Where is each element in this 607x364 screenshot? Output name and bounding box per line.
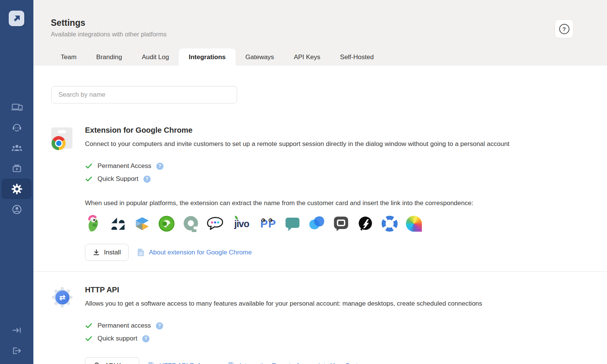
http-api-icon: ⇄ [51, 286, 73, 364]
check-icon [85, 175, 93, 183]
section-chrome-extension: Extension for Google Chrome Connect to y… [51, 126, 589, 261]
lifebuoy-icon [381, 215, 398, 232]
api-keys-button[interactable]: API Keys [85, 357, 139, 364]
people-icon [11, 142, 23, 154]
feature-label: Quick support [97, 335, 137, 342]
page-header: Settings Available integrations with oth… [33, 0, 607, 66]
feature-label: Permanent Access [97, 162, 151, 170]
chrome-webstore-icon [51, 126, 73, 261]
tab-api-keys[interactable]: API Keys [284, 49, 330, 66]
sidebar-item-logout[interactable] [0, 340, 33, 361]
tab-audit-log[interactable]: Audit Log [132, 49, 179, 66]
rainbow-leaf-icon [405, 215, 423, 232]
search-input[interactable] [51, 86, 237, 104]
document-icon [148, 361, 156, 364]
recordings-icon [11, 163, 23, 174]
install-button[interactable]: Install [85, 244, 129, 261]
section-description: Connect to your computers and invite cus… [85, 140, 589, 148]
logout-icon [11, 345, 22, 356]
platform-icons-row: jivo PP [85, 215, 589, 233]
screen-bubble-icon [332, 215, 350, 232]
check-icon [85, 322, 93, 329]
devices-icon [11, 101, 23, 113]
pp-eyes-icon: PP [259, 215, 277, 232]
tab-bar: Team Branding Audit Log Integrations Gat… [51, 49, 384, 66]
section-description: Allows you to get a software access to m… [85, 300, 589, 308]
chatra-bubble-icon [206, 215, 224, 232]
page-title: Settings [51, 18, 85, 28]
app-logo[interactable] [9, 11, 24, 26]
install-button-label: Install [104, 249, 121, 256]
sage-ring-icon [182, 215, 200, 232]
tab-gateways[interactable]: Gateways [236, 49, 284, 66]
feature-permanent-access: Permanent access ? [85, 319, 589, 332]
feature-list: Permanent access ? Quick support ? [85, 319, 589, 345]
integrating-remote-access-link[interactable]: Integrating Remote Access into Your Syst… [228, 361, 366, 364]
sidebar-item-team[interactable] [0, 138, 33, 158]
tab-team[interactable]: Team [51, 49, 86, 66]
sidebar-nav [0, 97, 33, 220]
tab-branding[interactable]: Branding [86, 49, 132, 66]
help-tooltip-icon[interactable]: ? [142, 335, 149, 342]
parrot-icon [85, 215, 102, 232]
green-swirl-icon [158, 215, 175, 232]
jivo-icon: jivo [231, 215, 253, 232]
sidebar-item-recordings[interactable] [0, 158, 33, 179]
key-icon [93, 362, 101, 364]
feature-quick-support: Quick Support ? [85, 173, 589, 185]
sidebar-item-devices[interactable] [0, 97, 33, 117]
http-api-reference-link[interactable]: HTTP API Reference [148, 361, 219, 364]
help-tooltip-icon[interactable]: ? [156, 322, 163, 329]
document-icon [228, 361, 236, 364]
sidebar [0, 0, 33, 364]
help-button[interactable]: ? [555, 19, 574, 38]
black-f-icon [357, 215, 374, 232]
document-icon [137, 248, 145, 257]
account-circle-icon [11, 204, 23, 215]
question-circle-icon: ? [559, 24, 569, 34]
api-keys-button-label: API Keys [105, 362, 131, 364]
feature-label: Quick Support [97, 175, 138, 183]
arrow-to-bar-icon [11, 325, 22, 336]
api-actions-row: API Keys HTTP API Reference [85, 357, 589, 364]
sidebar-item-settings[interactable] [0, 179, 33, 199]
section-divider [33, 271, 607, 272]
chrome-actions-row: Install About extension for Google Chrom… [85, 244, 589, 261]
zendesk-icon [109, 215, 127, 232]
about-extension-label: About extension for Google Chrome [149, 249, 252, 256]
tab-self-hosted[interactable]: Self-Hosted [330, 49, 384, 66]
feature-permanent-access: Permanent Access ? [85, 160, 589, 173]
sidebar-item-collapse[interactable] [0, 320, 33, 340]
headset-agent-icon [11, 122, 23, 133]
arrow-up-right-icon [12, 14, 21, 23]
main-area: Settings Available integrations with oth… [33, 0, 607, 364]
check-icon [85, 162, 93, 170]
section-title: HTTP API [85, 286, 589, 294]
tab-integrations[interactable]: Integrations [179, 49, 235, 66]
feature-quick-support: Quick support ? [85, 332, 589, 345]
omnidesk-icon [134, 215, 151, 232]
download-icon [93, 249, 100, 256]
sidebar-item-account[interactable] [0, 199, 33, 220]
sidebar-bottom [0, 320, 33, 361]
platforms-note: When used in popular platforms, the exte… [85, 199, 589, 207]
teal-bubble-icon [284, 215, 301, 232]
integrating-remote-access-label: Integrating Remote Access into Your Syst… [239, 362, 366, 364]
swap-arrows-icon: ⇄ [55, 290, 69, 304]
tab-content: Extension for Google Chrome Connect to y… [33, 66, 607, 364]
page-subtitle: Available integrations with other platfo… [51, 31, 167, 38]
section-http-api: ⇄ HTTP API Allows you to get a software … [51, 286, 589, 364]
feature-label: Permanent access [97, 322, 151, 329]
help-tooltip-icon[interactable]: ? [143, 176, 151, 183]
check-icon [85, 335, 93, 342]
http-api-reference-label: HTTP API Reference [159, 362, 219, 364]
blue-bubbles-icon [308, 215, 326, 232]
about-extension-link[interactable]: About extension for Google Chrome [137, 248, 252, 257]
feature-list: Permanent Access ? Quick Support ? [85, 160, 589, 185]
help-tooltip-icon[interactable]: ? [156, 163, 164, 170]
gear-icon [11, 183, 23, 195]
section-title: Extension for Google Chrome [85, 126, 589, 135]
sidebar-item-support[interactable] [0, 117, 33, 138]
